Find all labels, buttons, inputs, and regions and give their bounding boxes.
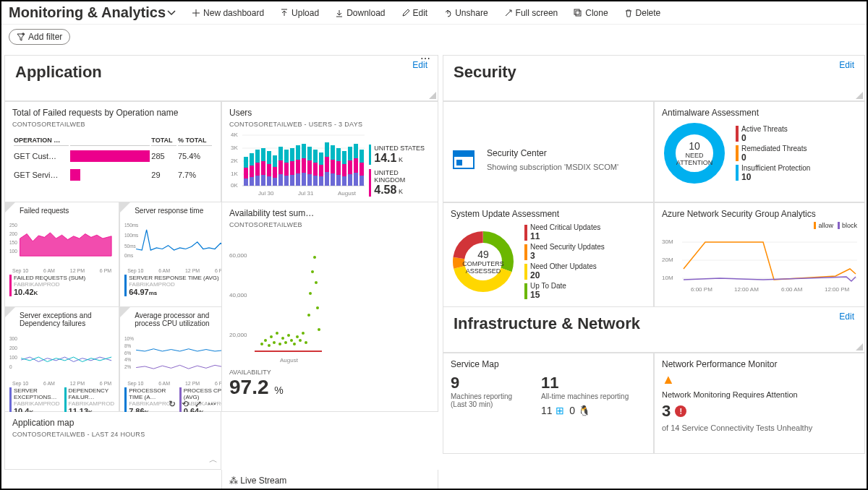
svg-text:100: 100 (9, 355, 17, 360)
updates-donut: 49COMPUTERSASSESSED (451, 229, 516, 294)
svg-text:250: 250 (9, 223, 17, 228)
svg-text:6%: 6% (124, 351, 132, 356)
windows-icon: ⊞ (556, 405, 564, 416)
dashboard-title[interactable]: Monitoring & Analytics (9, 4, 177, 21)
svg-text:200: 200 (9, 345, 17, 351)
svg-rect-74 (359, 176, 364, 186)
nsg-analytics-tile[interactable]: Azure Network Security Group Analytics a… (654, 202, 865, 307)
application-map-tile[interactable]: ↻ ⟲ ⤢ ⋯ Application map CONTOSORETAILWEB… (4, 412, 221, 470)
svg-rect-50 (313, 176, 318, 186)
edit-button[interactable]: Edit (396, 5, 434, 21)
svg-rect-44 (302, 173, 306, 186)
clone-icon (574, 9, 582, 17)
svg-text:12:00 AM: 12:00 AM (734, 286, 759, 293)
svg-point-106 (281, 337, 284, 340)
svg-point-121 (318, 328, 320, 331)
exceptions-mini[interactable]: Server exceptions and Dependency failure… (4, 307, 119, 412)
svg-text:10M: 10M (662, 275, 673, 281)
svg-rect-62 (336, 175, 341, 186)
table-row[interactable]: GET Cust…28575.4% (14, 147, 212, 165)
npm-tile[interactable]: Network Performance Monitor ▲ Network Mo… (654, 353, 865, 454)
svg-rect-71 (354, 173, 358, 186)
security-center-tile[interactable]: Security Center Showing subscription 'MS… (443, 101, 654, 202)
svg-text:4K: 4K (231, 132, 238, 138)
application-edit-link[interactable]: Edit (412, 60, 427, 70)
warning-icon: ▲ (662, 372, 857, 387)
svg-rect-56 (325, 172, 329, 186)
security-center-icon (451, 147, 477, 173)
svg-text:4%: 4% (124, 357, 132, 362)
svg-rect-65 (342, 176, 346, 186)
table-row[interactable]: GET Servi…297.7% (14, 166, 212, 184)
svg-text:2K: 2K (231, 158, 238, 164)
download-button[interactable]: Download (329, 5, 391, 21)
svg-point-112 (299, 339, 302, 342)
svg-text:Jul 30: Jul 30 (258, 190, 274, 197)
upload-button[interactable]: Upload (274, 5, 325, 21)
svg-rect-32 (278, 174, 283, 186)
more-icon[interactable]: ⋯ (208, 399, 216, 409)
infra-edit-link[interactable]: Edit (839, 311, 854, 322)
svg-point-118 (313, 256, 316, 259)
error-icon: ! (675, 405, 686, 417)
svg-rect-23 (261, 175, 265, 186)
svg-point-113 (302, 332, 305, 335)
infra-title: Infrastructure & Network (454, 314, 640, 333)
unshare-button[interactable]: Unshare (438, 5, 493, 21)
reset-icon[interactable]: ⟲ (182, 399, 189, 409)
plus-icon (192, 9, 200, 17)
svg-rect-17 (250, 177, 254, 186)
svg-point-103 (273, 341, 276, 344)
service-map-tile[interactable]: Service Map 9Machines reporting(Last 30 … (443, 353, 654, 454)
users-tile[interactable]: Users CONTOSORETAILWEB - USERS - 3 DAYS … (221, 101, 438, 202)
svg-point-101 (268, 344, 271, 347)
svg-text:0: 0 (9, 364, 12, 369)
svg-point-115 (307, 314, 310, 317)
svg-rect-59 (331, 173, 335, 186)
svg-text:150ms: 150ms (124, 223, 138, 228)
delete-button[interactable]: Delete (618, 5, 667, 21)
fullscreen-button[interactable]: Full screen (498, 5, 564, 21)
svg-point-117 (311, 270, 314, 273)
availability-tile[interactable]: Availability test sum… CONTOSORETAILWEB … (221, 202, 438, 412)
svg-text:200: 200 (9, 231, 17, 236)
svg-point-109 (290, 339, 293, 342)
application-title: Application (15, 63, 102, 82)
server-response-mini[interactable]: Server response time 150ms100ms50ms0ms S… (119, 202, 234, 307)
svg-point-116 (309, 292, 312, 295)
new-dashboard-button[interactable]: New dashboard (186, 5, 270, 21)
svg-text:100ms: 100ms (124, 233, 138, 238)
svg-text:0ms: 0ms (124, 253, 133, 258)
svg-point-99 (260, 343, 263, 345)
expand-icon[interactable]: ⤢ (195, 399, 202, 409)
cpu-mini[interactable]: Average processor and process CPU utiliz… (119, 307, 234, 412)
add-filter-button[interactable]: Add filter (9, 29, 70, 45)
live-stream-tile[interactable]: ⁂ Live Stream CONTOSORETAILWEB 4 servers (221, 470, 438, 490)
security-edit-link[interactable]: Edit (839, 60, 854, 70)
svg-rect-41 (296, 173, 300, 186)
pulse-icon: ⁂ (229, 476, 238, 486)
svg-text:10%: 10% (124, 336, 134, 341)
svg-point-100 (264, 339, 267, 342)
failed-requests-mini[interactable]: Failed requests 250200150100 Sep 106 AM1… (4, 202, 119, 307)
antimalware-tile[interactable]: Antimalware Assessment 10NEEDATTENTION A… (654, 101, 865, 202)
svg-text:50ms: 50ms (124, 244, 136, 249)
trash-icon (624, 9, 633, 17)
chevron-up-icon[interactable]: ︿ (209, 454, 218, 466)
svg-rect-68 (348, 174, 352, 186)
command-bar: Monitoring & Analytics New dashboard Upl… (1, 1, 867, 25)
svg-text:40,000: 40,000 (229, 292, 247, 298)
antimalware-donut: 10NEEDATTENTION (662, 121, 727, 186)
svg-rect-20 (255, 176, 260, 186)
svg-rect-26 (267, 176, 271, 186)
unshare-icon (443, 9, 452, 17)
svg-rect-0 (576, 11, 581, 16)
infra-section-header: Infrastructure & Network Edit (443, 307, 865, 353)
failed-requests-tile[interactable]: Total of Failed requests by Operation na… (4, 101, 221, 202)
svg-text:12:00 PM: 12:00 PM (825, 286, 850, 293)
svg-rect-38 (290, 175, 294, 186)
security-title: Security (454, 63, 516, 82)
system-update-tile[interactable]: System Update Assessment 49COMPUTERSASSE… (443, 202, 654, 307)
clone-button[interactable]: Clone (568, 5, 613, 21)
refresh-icon[interactable]: ↻ (169, 399, 176, 409)
